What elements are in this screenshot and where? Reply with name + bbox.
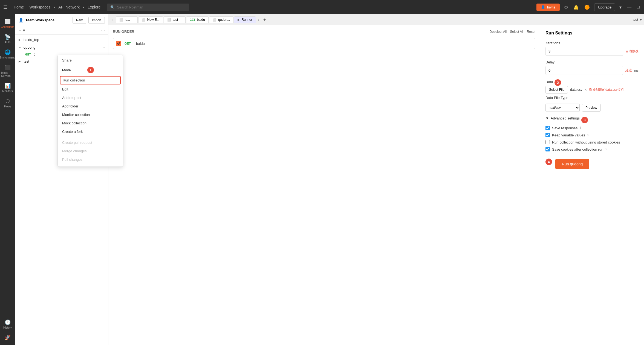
tab-qudon[interactable]: ⬜ qudon... <box>209 16 233 23</box>
ctx-pull: Pull changes <box>58 155 123 164</box>
chevron-right-icon-test: ▶ <box>19 60 22 63</box>
environments-icon: 🌐 <box>5 49 11 55</box>
ctx-monitor-collection[interactable]: Monitor collection <box>58 110 123 119</box>
invite-button[interactable]: 👤 Invite <box>536 4 560 11</box>
monitors-label: Monitors <box>2 90 13 93</box>
sidebar-item-mock-servers[interactable]: ⬛ Mock Servers <box>0 62 15 80</box>
sidebar-item-monitors[interactable]: 📊 Monitors <box>0 81 15 95</box>
data-type-select[interactable]: text/csv application/json <box>545 104 580 112</box>
ctx-share[interactable]: Share <box>58 56 123 65</box>
chevron-down-icon: ▼ <box>19 46 22 49</box>
tab-get-baidu[interactable]: GET baidu <box>186 16 209 23</box>
tab-lu-icon: ⬜ <box>119 18 123 22</box>
sidebar-item-history[interactable]: 🕐 History <box>0 317 15 331</box>
reset-action[interactable]: Reset <box>527 30 535 34</box>
method-badge: GET <box>24 53 32 56</box>
request-method-get: GET <box>125 42 133 45</box>
advanced-label: Advanced settings <box>551 116 580 120</box>
save-responses-checkbox[interactable] <box>545 126 550 130</box>
import-button[interactable]: Import <box>88 17 105 24</box>
iterations-group: Iterations 自动修改 <box>545 41 639 56</box>
request-checkbox-baidu[interactable] <box>116 41 121 46</box>
collections-more-icon[interactable]: ··· <box>101 28 105 33</box>
deselect-all-action[interactable]: Deselect All <box>490 30 507 34</box>
menu-icon[interactable]: ☰ <box>3 5 7 10</box>
select-file-button[interactable]: Select File <box>545 86 568 93</box>
run-order-actions: Deselect All Select All Reset <box>490 30 535 34</box>
tab-next-btn[interactable]: › <box>256 16 261 23</box>
iterations-input[interactable] <box>545 47 623 56</box>
tab-runner[interactable]: ▶ Runner <box>234 16 256 23</box>
explore-nav[interactable]: Explore <box>85 4 103 10</box>
save-cookies-item: Save cookies after collection run ℹ <box>545 147 639 151</box>
tab-get-icon: GET <box>190 18 195 21</box>
run-without-cookies-label: Run collection without using stored cook… <box>552 140 620 144</box>
keep-variable-info-icon[interactable]: ℹ <box>587 133 589 137</box>
tab-more-btn[interactable]: ··· <box>268 17 275 22</box>
workspaces-nav[interactable]: Workspaces <box>27 4 53 10</box>
run-settings-panel: Run Settings Iterations 自动修改 Delay 延迟 <box>540 25 644 345</box>
run-button[interactable]: Run qudong <box>555 159 589 169</box>
sort-icon[interactable]: ≡ <box>23 28 25 33</box>
add-collection-icon[interactable]: + <box>19 28 21 33</box>
sidebar-item-collections[interactable]: ⬜ Collections <box>0 16 15 31</box>
sidebar-item-apis[interactable]: 📡 APIs <box>0 32 15 46</box>
sidebar-item-environments[interactable]: 🌐 Environments <box>0 47 15 61</box>
api-network-nav[interactable]: API Network <box>56 4 82 10</box>
mock-servers-label: Mock Servers <box>1 71 14 77</box>
collection-qudong[interactable]: ▼ qudong ··· <box>15 43 108 51</box>
bell-icon[interactable]: 🔔 <box>572 4 580 11</box>
save-cookies-label: Save cookies after collection run <box>552 147 603 151</box>
sidebar-item-flows[interactable]: ⬡ Flows <box>0 96 15 110</box>
delay-input[interactable] <box>545 66 623 75</box>
tab-prev-btn[interactable]: ‹ <box>111 16 115 23</box>
tab-lu[interactable]: ⬜ lu... <box>116 16 138 23</box>
collections-toolbar: + ≡ ··· <box>15 26 108 35</box>
ctx-move-label: Move <box>62 68 71 72</box>
save-cookies-info-icon[interactable]: ℹ <box>605 147 607 151</box>
save-cookies-checkbox[interactable] <box>545 147 550 151</box>
active-tab-label: test <box>633 17 638 22</box>
mock-servers-icon: ⬛ <box>5 65 11 71</box>
minimize-icon[interactable]: — <box>626 4 633 11</box>
rocket-icon: 🚀 <box>5 335 11 341</box>
ctx-create-fork[interactable]: Create a fork <box>58 127 123 136</box>
ctx-run-collection[interactable]: Run collection <box>60 76 121 84</box>
ctx-add-folder[interactable]: Add folder <box>58 102 123 110</box>
maximize-icon[interactable]: □ <box>636 4 641 11</box>
qudong-more-icon[interactable]: ··· <box>102 45 105 49</box>
ctx-divider <box>58 137 123 137</box>
new-button[interactable]: New <box>73 17 86 24</box>
settings-icon[interactable]: ⚙ <box>563 4 569 11</box>
home-nav[interactable]: Home <box>11 4 26 10</box>
avatar-icon[interactable]: 🟠 <box>583 4 591 11</box>
tab-add-btn[interactable]: + <box>262 17 267 22</box>
collection-baidu-top[interactable]: ▶ baidu_top ··· <box>15 36 108 43</box>
upgrade-button[interactable]: Upgrade <box>594 3 615 11</box>
tab-qudon-icon: ⬜ <box>213 18 216 22</box>
sidebar-item-rocket[interactable]: 🚀 <box>0 332 15 343</box>
collections-icon: ⬜ <box>5 19 11 25</box>
select-all-action[interactable]: Select All <box>510 30 523 34</box>
advanced-toggle[interactable]: ▼ Advanced settings <box>545 116 580 120</box>
keep-variable-checkbox[interactable] <box>545 133 550 137</box>
ctx-create-pull: Create pull request <box>58 138 123 147</box>
upgrade-arrow-icon[interactable]: ▾ <box>618 4 623 11</box>
ctx-mock-collection[interactable]: Mock collection <box>58 119 123 127</box>
advanced-settings: ▼ Advanced settings 3 Save responses ℹ K… <box>545 116 639 151</box>
search-input[interactable] <box>117 5 172 9</box>
ctx-move-row[interactable]: Move 1 <box>58 65 123 75</box>
collection-more-icon[interactable]: ··· <box>102 37 105 42</box>
tab-dropdown-icon[interactable]: ▾ <box>640 17 642 22</box>
preview-button[interactable]: Preview <box>582 104 601 112</box>
ctx-add-request[interactable]: Add request <box>58 93 123 102</box>
tab-test[interactable]: ⬜ test <box>164 16 186 23</box>
ctx-edit[interactable]: Edit <box>58 85 123 93</box>
tab-new-e[interactable]: ⬜ New E... <box>138 16 163 23</box>
save-responses-info-icon[interactable]: ℹ <box>580 126 581 130</box>
search-bar[interactable]: 🔍 <box>107 4 189 11</box>
run-without-cookies-checkbox[interactable] <box>545 140 550 144</box>
file-annotation: 选择创建的data.csv文件 <box>589 87 624 92</box>
file-close-icon[interactable]: × <box>585 87 587 92</box>
iterations-label: Iterations <box>545 41 639 45</box>
